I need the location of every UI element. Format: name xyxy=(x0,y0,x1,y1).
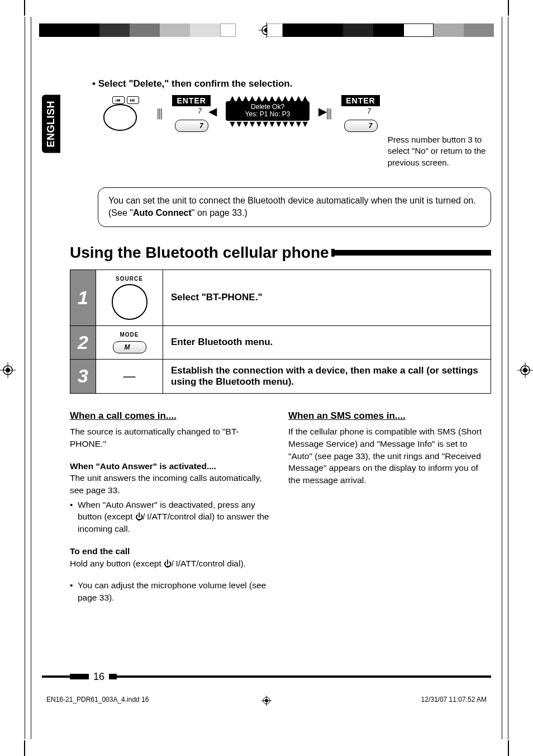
registration-mark-icon xyxy=(517,362,533,378)
crop-mark xyxy=(508,0,509,16)
dash-icon: — xyxy=(123,369,136,383)
subsection-heading: When "Auto Answer" is activated.... xyxy=(70,460,273,472)
right-column: When an SMS comes in.... If the cellular… xyxy=(288,409,491,609)
color-bar xyxy=(267,23,494,37)
dial-icon xyxy=(112,284,147,320)
subsection-heading: When an SMS comes in.... xyxy=(288,409,491,423)
trim-line xyxy=(25,17,25,739)
subsection-heading: To end the call xyxy=(70,545,273,557)
step-control: SOURCE xyxy=(96,270,163,325)
page-number: 16 xyxy=(93,671,104,683)
footer-file: EN16-21_PDR61_003A_4.indd 16 xyxy=(46,696,149,703)
delete-diagram: ⏮⏭ ⦀ ENTER 7 7 ▲▲▲▲▲▲▲▲▲▲▲▲ ◀ Delete Ok?… xyxy=(103,95,491,168)
step-number: 2 xyxy=(70,325,96,359)
section-title: Using the Bluetooth cellular phone xyxy=(70,244,329,262)
button-7-icon: 7 xyxy=(344,120,378,132)
enter-label: ENTER xyxy=(172,95,210,106)
mode-label: MODE xyxy=(99,332,159,338)
power-att-icon: ⏻/ I xyxy=(135,513,150,522)
subsection-heading: When a call comes in.... xyxy=(70,409,273,423)
steps-table: 1 SOURCE Select "BT-PHONE." 2 MODE M Ent… xyxy=(70,270,491,394)
language-tab: ENGLISH xyxy=(42,95,60,153)
crop-mark xyxy=(24,740,25,756)
step-text: Establish the connection with a device, … xyxy=(163,359,491,393)
step-number: 1 xyxy=(70,270,96,325)
button-7-icon: 7 xyxy=(175,120,208,132)
trim-line xyxy=(508,17,508,739)
diagram-note: Press number button 3 to select "No" or … xyxy=(388,134,491,168)
step-row: 1 SOURCE Select "BT-PHONE." xyxy=(70,270,491,325)
page-number-bar: 16 xyxy=(42,674,491,679)
button-7-label: 7 xyxy=(358,107,379,115)
heading-rule xyxy=(335,250,491,256)
step-text: Select "BT-PHONE." xyxy=(163,270,491,325)
source-label: SOURCE xyxy=(99,276,159,282)
instruction-bullet: Select "Delete," then confirm the select… xyxy=(92,78,491,89)
enter-button-diagram: ENTER 7 7 xyxy=(341,95,379,132)
arrow-icon: ⦀ xyxy=(155,95,164,124)
two-column-body: When a call comes in.... The source is a… xyxy=(70,409,491,609)
tip-box: You can set the unit to connect the Blue… xyxy=(98,187,491,227)
tip-bold: Auto Connect xyxy=(133,208,192,218)
step-number: 3 xyxy=(70,359,96,393)
registration-mark-icon xyxy=(0,362,16,378)
list-item: You can adjust the microphone volume lev… xyxy=(70,579,273,603)
step-row: 2 MODE M Enter Bluetooth menu. xyxy=(70,325,491,359)
body-text: The unit answers the incoming calls auto… xyxy=(70,472,273,496)
button-7-label: 7 xyxy=(189,107,210,115)
mode-button-icon: M xyxy=(113,341,146,353)
step-control: MODE M xyxy=(96,325,163,359)
enter-button-diagram: ENTER 7 7 xyxy=(172,95,210,132)
page-content: ENGLISH Select "Delete," then confirm th… xyxy=(42,56,491,722)
step-row: 3 — Establish the connection with a devi… xyxy=(70,359,491,393)
footer-timestamp: 12/31/07 11:07:52 AM xyxy=(421,696,487,703)
step-text: Enter Bluetooth menu. xyxy=(163,325,491,359)
body-text: Hold any button (except ⏻/ I/ATT/control… xyxy=(70,557,273,570)
body-text: The source is automatically changed to "… xyxy=(70,426,273,450)
tip-text: " on page 33.) xyxy=(192,208,248,218)
color-bar xyxy=(39,23,236,37)
mode-button-text: M xyxy=(125,343,130,351)
crop-mark xyxy=(508,740,509,756)
section-heading: Using the Bluetooth cellular phone xyxy=(70,244,491,262)
step-control: — xyxy=(96,359,163,393)
lcd-display: ▲▲▲▲▲▲▲▲▲▲▲▲ ◀ Delete Ok? Yes: P1 No: P3… xyxy=(218,95,317,127)
crop-mark xyxy=(24,0,25,16)
body-text: If the cellular phone is compatible with… xyxy=(288,426,491,486)
enter-label: ENTER xyxy=(341,95,379,106)
body-text-part: Hold any button (except xyxy=(70,559,164,568)
dial-control-icon: ⏮⏭ xyxy=(103,95,147,131)
footer: EN16-21_PDR61_003A_4.indd 16 12/31/07 11… xyxy=(42,696,491,703)
left-column: When a call comes in.... The source is a… xyxy=(70,409,273,609)
power-att-icon: ⏻/ I xyxy=(164,559,178,568)
lcd-line2: Yes: P1 No: P3 xyxy=(229,111,306,118)
list-item: When "Auto Answer" is deactivated, press… xyxy=(70,499,273,535)
body-text-part: /ATT/control dial). xyxy=(178,559,246,568)
registration-mark-icon xyxy=(261,696,272,706)
